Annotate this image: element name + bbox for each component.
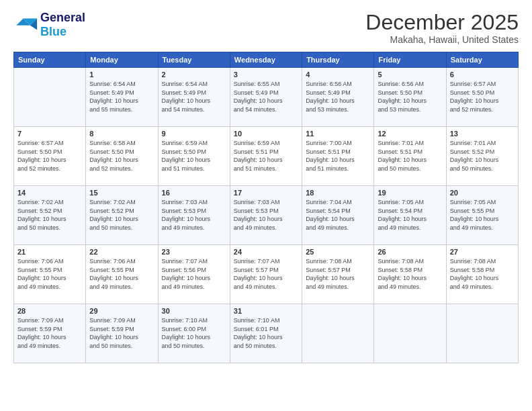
day-number: 3 — [234, 71, 298, 79]
calendar-cell — [14, 68, 86, 127]
col-thursday: Thursday — [302, 52, 374, 68]
day-info: Sunrise: 6:54 AMSunset: 5:49 PMDaylight:… — [162, 80, 226, 113]
calendar-cell — [374, 304, 446, 363]
day-info: Sunrise: 7:09 AMSunset: 5:59 PMDaylight:… — [89, 316, 154, 350]
day-number: 1 — [89, 71, 154, 79]
day-number: 24 — [234, 248, 298, 256]
day-number: 14 — [17, 189, 82, 197]
day-info: Sunrise: 7:04 AMSunset: 5:54 PMDaylight:… — [306, 198, 370, 232]
day-info: Sunrise: 7:03 AMSunset: 5:53 PMDaylight:… — [234, 198, 298, 232]
calendar-cell: 28Sunrise: 7:09 AMSunset: 5:59 PMDayligh… — [14, 304, 86, 363]
day-number: 6 — [450, 71, 515, 79]
calendar-cell: 8Sunrise: 6:58 AMSunset: 5:50 PMDaylight… — [86, 127, 158, 186]
week-row-4: 21Sunrise: 7:06 AMSunset: 5:55 PMDayligh… — [14, 245, 519, 304]
day-info: Sunrise: 7:06 AMSunset: 5:55 PMDaylight:… — [89, 257, 154, 291]
day-info: Sunrise: 7:05 AMSunset: 5:54 PMDaylight:… — [378, 198, 442, 232]
day-number: 22 — [89, 248, 154, 256]
day-number: 20 — [450, 189, 515, 197]
calendar-cell: 13Sunrise: 7:01 AMSunset: 5:52 PMDayligh… — [446, 127, 518, 186]
day-number: 23 — [162, 248, 226, 256]
calendar-cell: 24Sunrise: 7:07 AMSunset: 5:57 PMDayligh… — [230, 245, 302, 304]
calendar-cell: 12Sunrise: 7:01 AMSunset: 5:51 PMDayligh… — [374, 127, 446, 186]
calendar-cell — [446, 304, 518, 363]
day-number: 4 — [306, 71, 370, 79]
title-block: December 2025 Makaha, Hawaii, United Sta… — [365, 11, 519, 45]
day-number: 31 — [234, 307, 298, 315]
day-info: Sunrise: 6:54 AMSunset: 5:49 PMDaylight:… — [89, 80, 154, 113]
calendar-cell: 4Sunrise: 6:56 AMSunset: 5:49 PMDaylight… — [302, 68, 374, 127]
calendar-cell: 5Sunrise: 6:56 AMSunset: 5:50 PMDaylight… — [374, 68, 446, 127]
logo-icon — [13, 16, 38, 32]
calendar-cell: 18Sunrise: 7:04 AMSunset: 5:54 PMDayligh… — [302, 186, 374, 245]
day-number: 28 — [17, 307, 82, 315]
day-info: Sunrise: 7:08 AMSunset: 5:58 PMDaylight:… — [450, 257, 515, 291]
day-info: Sunrise: 7:06 AMSunset: 5:55 PMDaylight:… — [17, 257, 82, 291]
day-info: Sunrise: 7:03 AMSunset: 5:53 PMDaylight:… — [162, 198, 226, 232]
calendar-cell: 15Sunrise: 7:02 AMSunset: 5:52 PMDayligh… — [86, 186, 158, 245]
col-sunday: Sunday — [14, 52, 86, 68]
calendar-cell: 7Sunrise: 6:57 AMSunset: 5:50 PMDaylight… — [14, 127, 86, 186]
day-info: Sunrise: 7:08 AMSunset: 5:57 PMDaylight:… — [306, 257, 370, 291]
calendar-cell: 22Sunrise: 7:06 AMSunset: 5:55 PMDayligh… — [86, 245, 158, 304]
calendar-cell: 21Sunrise: 7:06 AMSunset: 5:55 PMDayligh… — [14, 245, 86, 304]
day-info: Sunrise: 7:09 AMSunset: 5:59 PMDaylight:… — [17, 316, 82, 350]
day-number: 5 — [378, 71, 442, 79]
week-row-2: 7Sunrise: 6:57 AMSunset: 5:50 PMDaylight… — [14, 127, 519, 186]
calendar-cell: 6Sunrise: 6:57 AMSunset: 5:50 PMDaylight… — [446, 68, 518, 127]
day-number: 27 — [450, 248, 515, 256]
calendar-cell: 26Sunrise: 7:08 AMSunset: 5:58 PMDayligh… — [374, 245, 446, 304]
calendar-cell: 3Sunrise: 6:55 AMSunset: 5:49 PMDaylight… — [230, 68, 302, 127]
col-saturday: Saturday — [446, 52, 518, 68]
calendar: Sunday Monday Tuesday Wednesday Thursday… — [13, 52, 519, 363]
page: General Blue December 2025 Makaha, Hawai… — [0, 0, 532, 411]
day-number: 16 — [162, 189, 226, 197]
day-info: Sunrise: 7:00 AMSunset: 5:51 PMDaylight:… — [306, 139, 370, 173]
day-info: Sunrise: 7:01 AMSunset: 5:52 PMDaylight:… — [450, 139, 515, 173]
day-number: 19 — [378, 189, 442, 197]
day-number: 2 — [162, 71, 226, 79]
day-info: Sunrise: 6:57 AMSunset: 5:50 PMDaylight:… — [450, 80, 515, 113]
calendar-cell: 10Sunrise: 6:59 AMSunset: 5:51 PMDayligh… — [230, 127, 302, 186]
calendar-cell: 25Sunrise: 7:08 AMSunset: 5:57 PMDayligh… — [302, 245, 374, 304]
week-row-5: 28Sunrise: 7:09 AMSunset: 5:59 PMDayligh… — [14, 304, 519, 363]
day-info: Sunrise: 6:58 AMSunset: 5:50 PMDaylight:… — [89, 139, 154, 173]
logo-general: General — [40, 11, 85, 24]
day-info: Sunrise: 7:08 AMSunset: 5:58 PMDaylight:… — [378, 257, 442, 291]
day-info: Sunrise: 7:10 AMSunset: 6:00 PMDaylight:… — [162, 316, 226, 350]
logo-blue: Blue — [40, 25, 66, 38]
day-number: 29 — [89, 307, 154, 315]
calendar-cell — [302, 304, 374, 363]
day-number: 7 — [17, 130, 82, 138]
week-row-3: 14Sunrise: 7:02 AMSunset: 5:52 PMDayligh… — [14, 186, 519, 245]
header: General Blue December 2025 Makaha, Hawai… — [13, 11, 519, 45]
calendar-cell: 19Sunrise: 7:05 AMSunset: 5:54 PMDayligh… — [374, 186, 446, 245]
logo: General Blue — [13, 11, 85, 39]
day-info: Sunrise: 6:59 AMSunset: 5:51 PMDaylight:… — [234, 139, 298, 173]
day-info: Sunrise: 6:59 AMSunset: 5:50 PMDaylight:… — [162, 139, 226, 173]
col-wednesday: Wednesday — [230, 52, 302, 68]
calendar-cell: 1Sunrise: 6:54 AMSunset: 5:49 PMDaylight… — [86, 68, 158, 127]
day-info: Sunrise: 6:57 AMSunset: 5:50 PMDaylight:… — [17, 139, 82, 173]
day-info: Sunrise: 7:07 AMSunset: 5:56 PMDaylight:… — [162, 257, 226, 291]
calendar-cell: 17Sunrise: 7:03 AMSunset: 5:53 PMDayligh… — [230, 186, 302, 245]
day-info: Sunrise: 7:01 AMSunset: 5:51 PMDaylight:… — [378, 139, 442, 173]
calendar-cell: 30Sunrise: 7:10 AMSunset: 6:00 PMDayligh… — [158, 304, 230, 363]
col-friday: Friday — [374, 52, 446, 68]
week-row-1: 1Sunrise: 6:54 AMSunset: 5:49 PMDaylight… — [14, 68, 519, 127]
calendar-cell: 2Sunrise: 6:54 AMSunset: 5:49 PMDaylight… — [158, 68, 230, 127]
calendar-cell: 16Sunrise: 7:03 AMSunset: 5:53 PMDayligh… — [158, 186, 230, 245]
day-info: Sunrise: 7:10 AMSunset: 6:01 PMDaylight:… — [234, 316, 298, 350]
day-number: 26 — [378, 248, 442, 256]
calendar-cell: 31Sunrise: 7:10 AMSunset: 6:01 PMDayligh… — [230, 304, 302, 363]
day-number: 10 — [234, 130, 298, 138]
day-number: 30 — [162, 307, 226, 315]
day-number: 12 — [378, 130, 442, 138]
day-number: 25 — [306, 248, 370, 256]
calendar-cell: 20Sunrise: 7:05 AMSunset: 5:55 PMDayligh… — [446, 186, 518, 245]
day-number: 21 — [17, 248, 82, 256]
calendar-cell: 29Sunrise: 7:09 AMSunset: 5:59 PMDayligh… — [86, 304, 158, 363]
day-number: 11 — [306, 130, 370, 138]
day-number: 17 — [234, 189, 298, 197]
col-tuesday: Tuesday — [158, 52, 230, 68]
day-number: 15 — [89, 189, 154, 197]
